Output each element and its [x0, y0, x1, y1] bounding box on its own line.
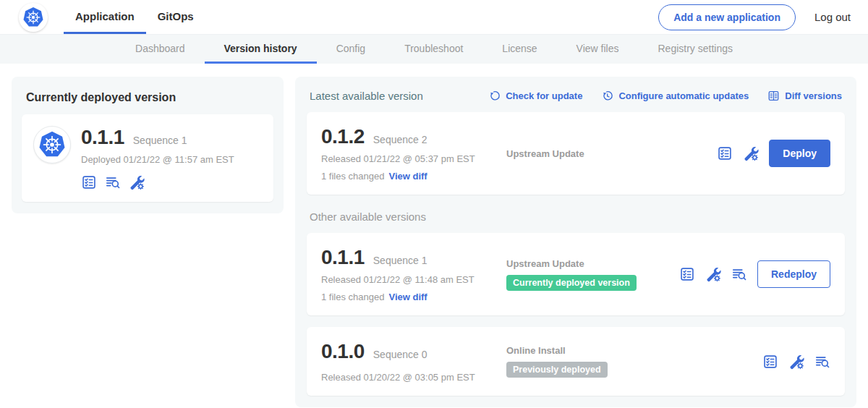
released-date: Released 01/21/22 @ 11:48 am EST	[321, 274, 506, 285]
subnav-tab-dashboard[interactable]: Dashboard	[116, 35, 205, 64]
latest-version-title: Latest available version	[310, 90, 423, 102]
deployed-date: Deployed 01/21/22 @ 11:57 am EST	[81, 154, 234, 165]
version-checklist-icon[interactable]	[679, 266, 695, 282]
configure-automatic-updates-link[interactable]: Configure automatic updates	[601, 90, 749, 102]
version-number: 0.1.1	[321, 246, 365, 269]
check-for-update-link[interactable]: Check for update	[488, 90, 582, 102]
add-application-button[interactable]: Add a new application	[658, 4, 796, 30]
deployed-sequence-label: Sequence 1	[133, 135, 187, 146]
header-right: Add a new application Log out	[658, 0, 851, 34]
subnav-tab-view-files[interactable]: View files	[557, 35, 639, 64]
release-notes-icon[interactable]	[105, 174, 121, 190]
config-wrench-gear-icon[interactable]	[743, 145, 759, 161]
deployed-version-number: 0.1.1	[81, 126, 124, 149]
refresh-icon	[488, 90, 501, 102]
released-date: Released 01/20/22 @ 03:05 pm EST	[321, 372, 506, 383]
kubernetes-app-icon	[33, 126, 71, 163]
view-diff-link[interactable]: View diff	[388, 171, 427, 182]
main-content: Currently deployed version 0.1.1 Sequenc…	[0, 64, 868, 408]
version-checklist-icon[interactable]	[762, 354, 778, 370]
sequence-label: Sequence 1	[373, 255, 427, 266]
version-source-label: Upstream Update	[506, 148, 717, 159]
version-row-0-1-2: 0.1.2 Sequence 2 Released 01/21/22 @ 05:…	[307, 112, 845, 195]
config-wrench-gear-icon[interactable]	[129, 174, 145, 190]
version-checklist-icon[interactable]	[81, 174, 97, 190]
files-changed-label: 1 files changed	[321, 292, 384, 302]
subnav-tab-config[interactable]: Config	[317, 35, 385, 64]
diff-icon	[767, 90, 780, 102]
released-date: Released 01/21/22 @ 05:37 pm EST	[321, 153, 506, 164]
other-versions-title: Other available versions	[310, 211, 842, 223]
version-row-0-1-0: 0.1.0 Sequence 0 Released 01/20/22 @ 03:…	[307, 327, 845, 396]
schedule-update-icon	[601, 90, 613, 102]
version-source-label: Upstream Update	[506, 258, 679, 269]
kubernetes-logo	[19, 3, 48, 32]
config-wrench-gear-icon[interactable]	[705, 266, 721, 282]
diff-versions-label: Diff versions	[785, 90, 842, 101]
release-notes-icon[interactable]	[814, 354, 830, 370]
subnav-tab-registry-settings[interactable]: Registry settings	[639, 35, 752, 64]
logout-button[interactable]: Log out	[814, 11, 851, 23]
config-wrench-gear-icon[interactable]	[788, 354, 804, 370]
diff-versions-link[interactable]: Diff versions	[767, 90, 842, 102]
view-diff-link[interactable]: View diff	[388, 292, 427, 302]
tab-application[interactable]: Application	[64, 0, 146, 34]
version-row-0-1-1: 0.1.1 Sequence 1 Released 01/21/22 @ 11:…	[307, 233, 845, 315]
deploy-button[interactable]: Deploy	[769, 140, 830, 167]
sequence-label: Sequence 2	[373, 134, 427, 145]
configure-updates-label: Configure automatic updates	[618, 90, 749, 101]
app-subnav: Dashboard Version history Config Trouble…	[0, 35, 868, 64]
subnav-tab-license[interactable]: License	[482, 35, 556, 64]
version-history-panel: Latest available version Check for updat…	[295, 77, 856, 407]
currently-deployed-panel: Currently deployed version 0.1.1 Sequenc…	[12, 77, 284, 213]
version-checklist-icon[interactable]	[717, 145, 733, 161]
sequence-label: Sequence 0	[373, 349, 427, 360]
version-number: 0.1.0	[321, 340, 365, 363]
subnav-tab-troubleshoot[interactable]: Troubleshoot	[385, 35, 482, 64]
previously-deployed-badge: Previously deployed	[506, 362, 608, 378]
deployed-panel-title: Currently deployed version	[26, 91, 269, 104]
header-tabs: Application GitOps	[64, 0, 205, 34]
subnav-tab-version-history[interactable]: Version history	[205, 35, 317, 64]
tab-gitops[interactable]: GitOps	[146, 0, 205, 34]
currently-deployed-badge: Currently deployed version	[506, 275, 637, 291]
redeploy-button[interactable]: Redeploy	[757, 260, 830, 288]
files-changed-label: 1 files changed	[321, 171, 384, 182]
deployed-version-card: 0.1.1 Sequence 1 Deployed 01/21/22 @ 11:…	[22, 114, 273, 202]
release-notes-icon[interactable]	[731, 266, 747, 282]
version-source-label: Online Install	[506, 345, 762, 356]
check-for-update-label: Check for update	[506, 90, 582, 101]
app-header: Application GitOps Add a new application…	[0, 0, 868, 35]
version-number: 0.1.2	[321, 125, 365, 148]
